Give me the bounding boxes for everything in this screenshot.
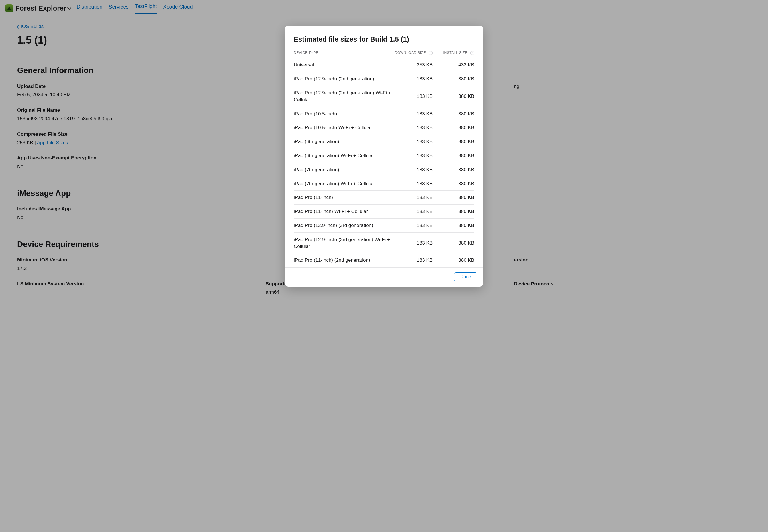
table-row: iPad Pro (11-inch) Wi-Fi + Cellular183 K… <box>294 205 474 219</box>
device-type-cell: iPad Pro (10.5-inch) <box>294 107 391 121</box>
modal-title: Estimated file sizes for Build 1.5 (1) <box>294 34 474 44</box>
table-row: Universal253 KB433 KB <box>294 58 474 72</box>
device-type-cell: iPad (7th generation) Wi-Fi + Cellular <box>294 177 391 191</box>
table-row: iPad (7th generation)183 KB380 KB <box>294 163 474 177</box>
table-row: iPad Pro (11-inch) (2nd generation)183 K… <box>294 253 474 267</box>
device-type-cell: iPad Pro (11-inch) Wi-Fi + Cellular <box>294 205 391 219</box>
done-button[interactable]: Done <box>454 272 477 281</box>
device-type-cell: Universal <box>294 58 391 72</box>
table-row: iPad (7th generation) Wi-Fi + Cellular18… <box>294 177 474 191</box>
table-row: iPad Pro (10.5-inch)183 KB380 KB <box>294 107 474 121</box>
install-size-cell: 380 KB <box>433 205 474 219</box>
col-install-size: INSTALL SIZE ? <box>433 47 474 58</box>
install-size-cell: 380 KB <box>433 121 474 135</box>
device-type-cell: iPad Pro (12.9-inch) (2nd generation) Wi… <box>294 86 391 107</box>
modal-overlay: Estimated file sizes for Build 1.5 (1) D… <box>0 0 768 303</box>
install-size-cell: 380 KB <box>433 107 474 121</box>
install-size-cell: 380 KB <box>433 135 474 149</box>
download-size-cell: 183 KB <box>391 218 433 232</box>
install-size-cell: 380 KB <box>433 191 474 205</box>
table-row: iPad Pro (12.9-inch) (3rd generation)183… <box>294 218 474 232</box>
device-type-cell: iPad (6th generation) <box>294 135 391 149</box>
download-size-cell: 183 KB <box>391 121 433 135</box>
help-icon[interactable]: ? <box>470 51 474 55</box>
download-size-cell: 183 KB <box>391 253 433 267</box>
install-size-cell: 380 KB <box>433 253 474 267</box>
device-type-cell: iPad Pro (11-inch) <box>294 191 391 205</box>
col-device-type: DEVICE TYPE <box>294 47 391 58</box>
device-type-cell: iPad (7th generation) <box>294 163 391 177</box>
install-size-cell: 380 KB <box>433 72 474 86</box>
download-size-cell: 183 KB <box>391 205 433 219</box>
download-size-cell: 183 KB <box>391 72 433 86</box>
file-sizes-table: DEVICE TYPE DOWNLOAD SIZE ? INSTALL SIZE… <box>294 47 474 268</box>
install-size-cell: 380 KB <box>433 177 474 191</box>
table-row: iPad Pro (12.9-inch) (3rd generation) Wi… <box>294 232 474 253</box>
download-size-cell: 183 KB <box>391 86 433 107</box>
device-type-cell: iPad Pro (12.9-inch) (3rd generation) Wi… <box>294 232 391 253</box>
download-size-cell: 183 KB <box>391 135 433 149</box>
download-size-cell: 183 KB <box>391 191 433 205</box>
table-row: iPad (6th generation)183 KB380 KB <box>294 135 474 149</box>
download-size-cell: 183 KB <box>391 232 433 253</box>
help-icon[interactable]: ? <box>429 51 433 55</box>
download-size-cell: 183 KB <box>391 107 433 121</box>
modal-body[interactable]: DEVICE TYPE DOWNLOAD SIZE ? INSTALL SIZE… <box>285 47 483 268</box>
download-size-cell: 253 KB <box>391 58 433 72</box>
install-size-cell: 380 KB <box>433 218 474 232</box>
device-type-cell: iPad Pro (10.5-inch) Wi-Fi + Cellular <box>294 121 391 135</box>
modal-footer: Done <box>285 267 483 287</box>
device-type-cell: iPad Pro (12.9-inch) (3rd generation) <box>294 218 391 232</box>
download-size-cell: 183 KB <box>391 163 433 177</box>
install-size-cell: 433 KB <box>433 58 474 72</box>
table-row: iPad Pro (12.9-inch) (2nd generation)183… <box>294 72 474 86</box>
file-sizes-modal: Estimated file sizes for Build 1.5 (1) D… <box>285 26 483 287</box>
device-type-cell: iPad (6th generation) Wi-Fi + Cellular <box>294 149 391 163</box>
install-size-cell: 380 KB <box>433 149 474 163</box>
install-size-cell: 380 KB <box>433 163 474 177</box>
table-row: iPad Pro (11-inch)183 KB380 KB <box>294 191 474 205</box>
table-row: iPad (6th generation) Wi-Fi + Cellular18… <box>294 149 474 163</box>
col-download-size: DOWNLOAD SIZE ? <box>391 47 433 58</box>
install-size-cell: 380 KB <box>433 232 474 253</box>
download-size-cell: 183 KB <box>391 177 433 191</box>
modal-header: Estimated file sizes for Build 1.5 (1) <box>285 26 483 47</box>
download-size-cell: 183 KB <box>391 149 433 163</box>
table-row: iPad Pro (10.5-inch) Wi-Fi + Cellular183… <box>294 121 474 135</box>
device-type-cell: iPad Pro (12.9-inch) (2nd generation) <box>294 72 391 86</box>
table-row: iPad Pro (12.9-inch) (2nd generation) Wi… <box>294 86 474 107</box>
device-type-cell: iPad Pro (11-inch) (2nd generation) <box>294 253 391 267</box>
install-size-cell: 380 KB <box>433 86 474 107</box>
